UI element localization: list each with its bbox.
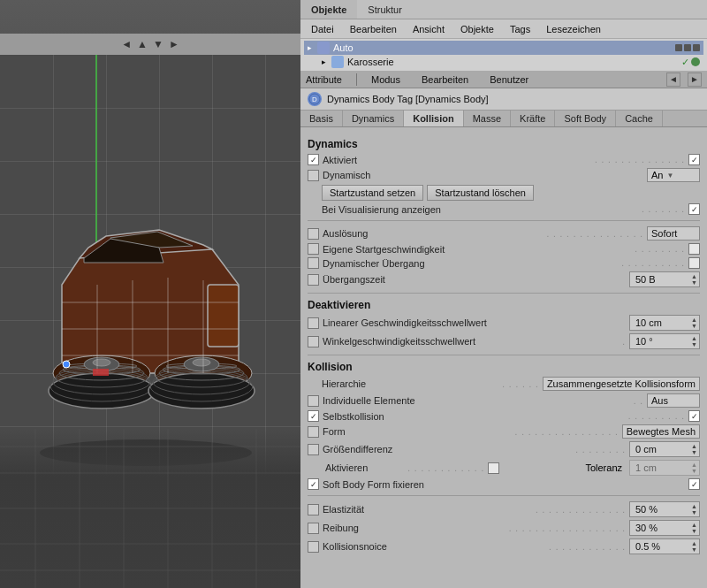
attr-modus[interactable]: Modus bbox=[364, 74, 407, 85]
btn-startzustand-loeschen[interactable]: Startzustand löschen bbox=[427, 185, 534, 201]
stepper-arrows-winkel[interactable]: ▲▼ bbox=[691, 335, 697, 347]
prop-row-kollisionsnoice: Kollisionsnoice . . . . . . . . . . . . … bbox=[308, 538, 700, 554]
menu-tags[interactable]: Tags bbox=[503, 22, 537, 36]
tab-kollision[interactable]: Kollision bbox=[404, 111, 463, 126]
right-panel: Objekte Struktur Datei Bearbeiten Ansich… bbox=[300, 0, 707, 588]
prop-row-bei-vis: Bei Visualisierung anzeigen . . . . . . … bbox=[308, 203, 700, 215]
checkbox-dyn-uebergang[interactable] bbox=[308, 257, 319, 269]
attr-bearbeiten[interactable]: Bearbeiten bbox=[414, 74, 475, 85]
stepper-arrows-toleranz[interactable]: ▲▼ bbox=[691, 462, 697, 474]
checkbox-aktiviert[interactable] bbox=[308, 154, 319, 165]
checkbox-dynamisch[interactable] bbox=[308, 170, 319, 181]
nav-down[interactable]: ▼ bbox=[153, 38, 163, 50]
checkbox-individuelle[interactable] bbox=[308, 395, 319, 407]
tab-softbody[interactable]: Soft Body bbox=[555, 111, 616, 126]
tab-cache[interactable]: Cache bbox=[616, 111, 663, 126]
stepper-arrows-groesse[interactable]: ▲▼ bbox=[691, 443, 697, 455]
prop-row-form: Form . . . . . . . . . . . . . . . . Bew… bbox=[308, 424, 700, 439]
tab-objekte[interactable]: Objekte bbox=[300, 0, 357, 19]
svg-point-25 bbox=[93, 359, 110, 366]
value-checkbox-aktiviert[interactable] bbox=[688, 154, 700, 165]
checkbox-form[interactable] bbox=[308, 426, 319, 438]
checkbox-kollisionsnoice[interactable] bbox=[308, 541, 319, 553]
prop-row-softbody: Soft Body Form fixieren bbox=[308, 478, 700, 490]
attr-header-label: Attribute bbox=[306, 74, 342, 85]
obj-row-auto[interactable]: ▸ Auto bbox=[304, 41, 703, 55]
dots-hierarchie: . . . . . . bbox=[502, 379, 539, 389]
checkbox-bei-vis[interactable] bbox=[688, 203, 700, 215]
obj-visibility-karosserie: ✓ bbox=[681, 57, 700, 68]
dots-reibung: . . . . . . . . . . . . . . . . . . bbox=[509, 523, 626, 533]
section-deaktivieren: Deaktivieren bbox=[308, 299, 700, 311]
checkbox-eigene[interactable] bbox=[308, 243, 319, 255]
tab-basis[interactable]: Basis bbox=[300, 111, 343, 126]
stepper-arrows-reibung[interactable]: ▲▼ bbox=[691, 522, 697, 534]
checkbox-groesse[interactable] bbox=[308, 444, 319, 455]
prop-row-linear: Linearer Geschwindigkeitsschwellwert 10 … bbox=[308, 315, 700, 331]
stepper-arrows-kollisionsnoice[interactable]: ▲▼ bbox=[691, 540, 697, 553]
checkbox-linear[interactable] bbox=[308, 317, 319, 329]
nav-right[interactable]: ► bbox=[169, 38, 179, 50]
label-dynamisch: Dynamisch bbox=[323, 170, 643, 180]
divider-3 bbox=[308, 355, 700, 355]
label-groesse: Größendifferenz bbox=[323, 444, 572, 454]
scroll-left[interactable]: ◄ bbox=[666, 73, 680, 87]
checkbox-ausloesung[interactable] bbox=[308, 228, 319, 240]
stepper-linear[interactable]: 10 cm ▲▼ bbox=[629, 315, 700, 331]
dropdown-dynamisch[interactable]: An bbox=[647, 168, 700, 182]
menu-datei[interactable]: Datei bbox=[304, 22, 341, 36]
attribute-tabs: Basis Dynamics Kollision Masse Kräfte So… bbox=[300, 111, 707, 127]
menu-objekte[interactable]: Objekte bbox=[453, 22, 501, 36]
attr-benutzer[interactable]: Benutzer bbox=[483, 74, 536, 85]
tab-dynamics[interactable]: Dynamics bbox=[343, 111, 404, 126]
dots-ausloesung: . . . . . . . . . . . . . . . bbox=[546, 229, 643, 239]
properties-content: Dynamics Aktiviert . . . . . . . . . . .… bbox=[300, 127, 707, 572]
stepper-arrows-linear[interactable]: ▲▼ bbox=[691, 317, 697, 329]
svg-point-42 bbox=[63, 361, 70, 368]
stepper-kollisionsnoice[interactable]: 0.5 % ▲▼ bbox=[629, 538, 700, 554]
checkbox-aktivieren[interactable] bbox=[488, 462, 499, 474]
obj-dots-auto bbox=[675, 44, 700, 51]
stepper-arrows-elastizitaet[interactable]: ▲▼ bbox=[691, 503, 697, 515]
viewport-canvas[interactable] bbox=[0, 55, 300, 588]
stepper-elastizitaet[interactable]: 50 % ▲▼ bbox=[629, 501, 700, 517]
dots-dyn-uebergang: . . . . . . . . . . bbox=[621, 258, 685, 268]
svg-point-34 bbox=[193, 359, 210, 366]
scroll-right[interactable]: ► bbox=[688, 73, 702, 87]
divider-2 bbox=[308, 293, 700, 294]
stepper-winkel[interactable]: 10 ° ▲▼ bbox=[629, 333, 700, 349]
stepper-reibung[interactable]: 30 % ▲▼ bbox=[629, 520, 700, 536]
obj-label-karosserie: Karosserie bbox=[347, 57, 394, 67]
menu-ansicht[interactable]: Ansicht bbox=[406, 22, 452, 36]
stepper-groesse[interactable]: 0 cm ▲▼ bbox=[629, 441, 700, 457]
tab-struktur[interactable]: Struktur bbox=[357, 0, 413, 19]
menu-bearbeiten[interactable]: Bearbeiten bbox=[343, 22, 404, 36]
nav-up[interactable]: ▲ bbox=[137, 38, 148, 50]
prop-row-ausloesung: Auslösung . . . . . . . . . . . . . . . … bbox=[308, 226, 700, 241]
label-individuelle: Individuelle Elemente bbox=[323, 395, 630, 406]
value-checkbox-softbody[interactable] bbox=[688, 478, 700, 490]
checkbox-winkel[interactable] bbox=[308, 336, 319, 347]
stepper-uebergangszeit[interactable]: 50 B ▲▼ bbox=[629, 271, 700, 287]
tab-kraefte[interactable]: Kräfte bbox=[511, 111, 555, 126]
dots-aktivieren: . . . . . . . . . . . . bbox=[407, 463, 484, 473]
checkbox-reibung[interactable] bbox=[308, 523, 319, 534]
checkbox-uebergangszeit[interactable] bbox=[308, 274, 319, 286]
nav-left[interactable]: ◄ bbox=[121, 38, 132, 50]
btn-startzustand-setzen[interactable]: Startzustand setzen bbox=[322, 185, 423, 201]
stepper-toleranz[interactable]: 1 cm ▲▼ bbox=[629, 460, 700, 476]
obj-row-karosserie[interactable]: ▸ Karosserie ✓ bbox=[304, 55, 703, 69]
checkbox-eigene-val[interactable] bbox=[688, 243, 700, 255]
checkbox-elastizitaet[interactable] bbox=[308, 504, 319, 515]
checkbox-softbody[interactable] bbox=[308, 478, 319, 490]
value-checkbox-selbst[interactable] bbox=[688, 410, 700, 422]
tab-masse[interactable]: Masse bbox=[464, 111, 511, 126]
divider-4 bbox=[308, 495, 700, 496]
label-aktivieren: Aktivieren bbox=[325, 462, 404, 473]
checkbox-dyn-uebergang-val[interactable] bbox=[688, 257, 700, 269]
dots-groesse: . . . . . . . . bbox=[575, 445, 626, 454]
checkbox-selbst[interactable] bbox=[308, 410, 319, 422]
prop-row-hierarchie: Hierarchie . . . . . . Zusammengesetzte … bbox=[308, 377, 700, 391]
menu-lesezeichen[interactable]: Lesezeichen bbox=[539, 22, 608, 36]
stepper-arrows[interactable]: ▲▼ bbox=[691, 273, 697, 286]
